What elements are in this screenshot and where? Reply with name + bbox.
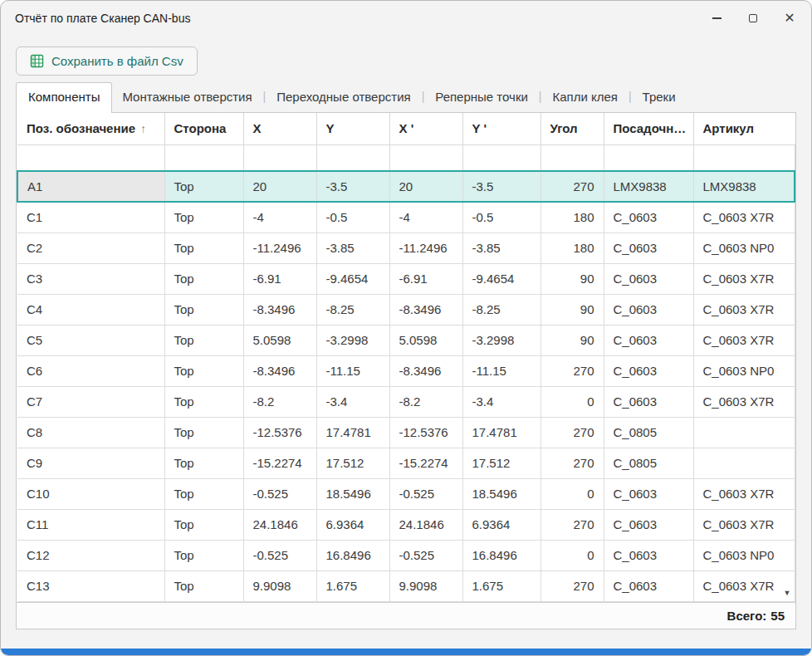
table-cell[interactable]: 18.5496 xyxy=(462,478,541,509)
table-cell[interactable]: -8.25 xyxy=(462,294,541,325)
table-cell[interactable]: C_0805 xyxy=(604,448,693,478)
table-cell[interactable]: C11 xyxy=(17,509,164,540)
table-cell[interactable]: 16.8496 xyxy=(462,540,541,570)
table-cell[interactable]: -12.5376 xyxy=(389,417,462,448)
tab-via-holes[interactable]: Переходные отверстия xyxy=(267,83,420,112)
table-cell[interactable]: 24.1846 xyxy=(243,509,316,540)
table-cell[interactable]: 6.9364 xyxy=(316,509,389,540)
filter-input-side[interactable] xyxy=(165,145,243,171)
table-cell[interactable]: C5 xyxy=(17,325,164,355)
table-row[interactable]: C10Top-0.52518.5496-0.52518.54960C_0603C… xyxy=(17,478,795,509)
table-cell[interactable]: C_0603 X7R xyxy=(693,263,795,294)
table-cell[interactable]: -3.2998 xyxy=(462,325,541,355)
column-header-y[interactable]: Y xyxy=(316,113,389,144)
table-row[interactable]: C8Top-12.537617.4781-12.537617.4781270C_… xyxy=(17,417,795,448)
table-cell[interactable]: 20 xyxy=(243,171,316,202)
table-cell[interactable]: C_0603 NP0 xyxy=(693,540,795,570)
table-cell[interactable]: 180 xyxy=(541,233,604,263)
table-row[interactable]: C12Top-0.52516.8496-0.52516.84960C_0603C… xyxy=(17,540,795,570)
table-cell[interactable]: -0.525 xyxy=(243,478,316,509)
table-cell[interactable]: Top xyxy=(164,540,243,570)
table-cell[interactable]: 0 xyxy=(541,386,604,417)
table-cell[interactable]: -3.2998 xyxy=(316,325,389,355)
table-cell[interactable]: -4 xyxy=(243,202,316,233)
table-cell[interactable]: Top xyxy=(164,294,243,325)
table-cell[interactable]: C_0603 xyxy=(604,478,693,509)
table-cell[interactable]: -4 xyxy=(389,202,462,233)
table-cell[interactable]: C_0603 xyxy=(604,540,693,570)
table-cell[interactable]: -15.2274 xyxy=(389,448,462,478)
table-cell[interactable]: -0.5 xyxy=(316,202,389,233)
table-cell[interactable]: -3.5 xyxy=(316,171,389,202)
table-cell[interactable]: -6.91 xyxy=(389,263,462,294)
table-cell[interactable]: 270 xyxy=(541,171,604,202)
table-cell[interactable]: -9.4654 xyxy=(462,263,541,294)
table-cell[interactable]: C_0603 xyxy=(604,294,693,325)
table-row[interactable]: C2Top-11.2496-3.85-11.2496-3.85180C_0603… xyxy=(17,233,795,263)
table-cell[interactable]: C_0603 NP0 xyxy=(693,233,795,263)
filter-input-part-number[interactable] xyxy=(694,145,795,171)
table-cell[interactable]: C4 xyxy=(17,294,164,325)
table-cell[interactable]: -6.91 xyxy=(243,263,316,294)
table-cell[interactable]: 0 xyxy=(541,478,604,509)
table-row[interactable]: C9Top-15.227417.512-15.227417.512270C_08… xyxy=(17,448,795,478)
table-cell[interactable]: -0.5 xyxy=(462,202,541,233)
column-header-side[interactable]: Сторона xyxy=(164,113,243,144)
table-row[interactable]: C7Top-8.2-3.4-8.2-3.40C_0603C_0603 X7R xyxy=(17,386,795,417)
table-cell[interactable]: 18.5496 xyxy=(316,478,389,509)
table-cell[interactable]: -3.85 xyxy=(462,233,541,263)
table-cell[interactable]: LMX9838 xyxy=(604,171,693,202)
table-cell[interactable]: C_0603 xyxy=(604,570,693,601)
table-cell[interactable] xyxy=(693,417,795,448)
table-cell[interactable]: -3.4 xyxy=(316,386,389,417)
table-cell[interactable]: C_0603 xyxy=(604,325,693,355)
table-cell[interactable]: 270 xyxy=(541,355,604,386)
table-cell[interactable]: -8.25 xyxy=(316,294,389,325)
table-cell[interactable]: 17.4781 xyxy=(316,417,389,448)
column-header-designator[interactable]: Поз. обозначение↑ xyxy=(17,113,164,144)
table-row[interactable]: C11Top24.18466.936424.18466.9364270C_060… xyxy=(17,509,795,540)
table-cell[interactable]: 90 xyxy=(541,325,604,355)
filter-input-x-prime[interactable] xyxy=(390,145,462,171)
table-cell[interactable] xyxy=(693,448,795,478)
save-csv-button[interactable]: Сохранить в файл Csv xyxy=(16,47,198,76)
table-cell[interactable]: C_0603 xyxy=(604,509,693,540)
table-cell[interactable]: 270 xyxy=(541,509,604,540)
table-cell[interactable]: 17.512 xyxy=(462,448,541,478)
table-cell[interactable]: C_0603 X7R xyxy=(693,509,795,540)
table-cell[interactable]: 5.0598 xyxy=(389,325,462,355)
table-cell[interactable]: 17.512 xyxy=(316,448,389,478)
table-cell[interactable]: 24.1846 xyxy=(389,509,462,540)
table-cell[interactable]: -0.525 xyxy=(389,478,462,509)
table-cell[interactable]: Top xyxy=(164,355,243,386)
tab-fiducial-points[interactable]: Реперные точки xyxy=(425,83,538,112)
filter-input-designator[interactable] xyxy=(17,145,164,171)
table-cell[interactable]: Top xyxy=(164,570,243,601)
table-row[interactable]: C3Top-6.91-9.4654-6.91-9.465490C_0603C_0… xyxy=(17,263,795,294)
table-cell[interactable]: -11.2496 xyxy=(243,233,316,263)
table-cell[interactable]: 6.9364 xyxy=(462,509,541,540)
table-row[interactable]: C1Top-4-0.5-4-0.5180C_0603C_0603 X7R xyxy=(17,202,795,233)
table-cell[interactable]: Top xyxy=(164,478,243,509)
table-cell[interactable]: 270 xyxy=(541,570,604,601)
table-cell[interactable]: C10 xyxy=(17,478,164,509)
table-cell[interactable]: C_0805 xyxy=(604,417,693,448)
table-cell[interactable]: C_0603 NP0 xyxy=(693,355,795,386)
table-cell[interactable]: C_0603 X7R xyxy=(693,478,795,509)
tab-components[interactable]: Компоненты xyxy=(16,82,112,113)
table-row[interactable]: C4Top-8.3496-8.25-8.3496-8.2590C_0603C_0… xyxy=(17,294,795,325)
table-cell[interactable]: Top xyxy=(164,448,243,478)
table-cell[interactable]: -9.4654 xyxy=(316,263,389,294)
table-cell[interactable]: C_0603 X7R xyxy=(693,294,795,325)
table-cell[interactable]: Top xyxy=(164,325,243,355)
table-cell[interactable]: 90 xyxy=(541,294,604,325)
table-cell[interactable]: -3.85 xyxy=(316,233,389,263)
table-cell[interactable]: C_0603 xyxy=(604,202,693,233)
table-row[interactable]: A1Top20-3.520-3.5270LMX9838LMX9838 xyxy=(17,171,795,202)
table-cell[interactable]: C9 xyxy=(17,448,164,478)
column-header-footprint[interactable]: Посадочн… xyxy=(604,113,693,144)
filter-input-y-prime[interactable] xyxy=(463,145,541,171)
table-cell[interactable]: Top xyxy=(164,171,243,202)
column-header-part-number[interactable]: Артикул xyxy=(693,113,795,144)
table-cell[interactable]: C3 xyxy=(17,263,164,294)
